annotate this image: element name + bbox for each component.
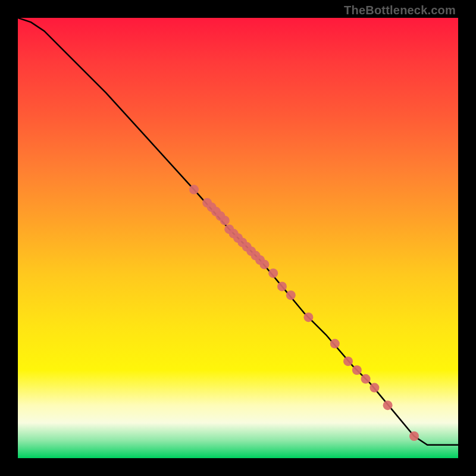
marker-point [330, 339, 340, 349]
marker-point [383, 400, 393, 410]
marker-point [352, 365, 362, 375]
marker-point [259, 259, 269, 269]
marker-point [361, 374, 371, 384]
chart-svg [18, 18, 458, 458]
marker-point [189, 185, 199, 195]
marker-point [277, 281, 287, 291]
marker-point [286, 290, 296, 300]
marker-point [343, 356, 353, 366]
marker-point [303, 312, 313, 322]
plot-area [18, 18, 458, 458]
marker-point [220, 215, 230, 225]
watermark-label: TheBottleneck.com [344, 4, 456, 17]
marker-point [268, 268, 278, 278]
curve-line [18, 18, 458, 445]
chart-frame: TheBottleneck.com [0, 0, 476, 476]
marker-point [369, 383, 379, 393]
curve-path [18, 18, 458, 445]
marker-point [409, 431, 419, 441]
